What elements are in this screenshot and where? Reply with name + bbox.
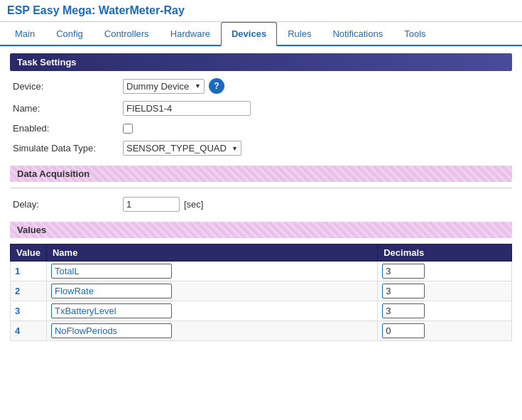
- table-row: 2: [11, 281, 512, 301]
- name-controls: [123, 101, 251, 116]
- nav-tab-devices[interactable]: Devices: [221, 22, 277, 46]
- row-value: 2: [11, 281, 47, 301]
- table-row: 3: [11, 301, 512, 321]
- table-header-row: Value Name Decimals: [11, 244, 512, 262]
- nav-tab-config[interactable]: Config: [45, 22, 94, 46]
- nav-tab-controllers[interactable]: Controllers: [94, 22, 160, 46]
- page-title: ESP Easy Mega: WaterMeter-Ray: [7, 4, 515, 17]
- enabled-controls: [123, 124, 133, 134]
- nav-tab-hardware[interactable]: Hardware: [160, 22, 221, 46]
- content: Task Settings Device: Dummy Device ? Nam…: [0, 46, 522, 348]
- enabled-label: Enabled:: [13, 123, 123, 134]
- values-tbody: 1234: [11, 262, 512, 341]
- simulate-controls: SENSOR_TYPE_QUAD: [123, 141, 241, 156]
- table-row: 4: [11, 321, 512, 341]
- name-input[interactable]: [123, 101, 251, 116]
- nav-tab-tools[interactable]: Tools: [393, 22, 436, 46]
- nav-tab-notifications[interactable]: Notifications: [322, 22, 393, 46]
- row-decimals-input[interactable]: [382, 323, 425, 338]
- row-name: [46, 321, 377, 341]
- row-value: 4: [11, 321, 47, 341]
- row-name-input[interactable]: [51, 264, 172, 279]
- title-bar: ESP Easy Mega: WaterMeter-Ray: [0, 0, 522, 22]
- name-row: Name:: [10, 99, 512, 117]
- task-settings-header: Task Settings: [10, 53, 512, 71]
- enabled-checkbox[interactable]: [123, 124, 133, 134]
- nav-tabs: MainConfigControllersHardwareDevicesRule…: [0, 22, 522, 46]
- row-name-input[interactable]: [51, 303, 172, 318]
- delay-input[interactable]: [123, 197, 180, 212]
- row-name-input[interactable]: [51, 284, 172, 298]
- simulate-select-wrapper[interactable]: SENSOR_TYPE_QUAD: [123, 141, 241, 156]
- enabled-row: Enabled:: [10, 122, 512, 135]
- row-decimals: [378, 301, 512, 321]
- row-name: [46, 262, 377, 281]
- device-controls: Dummy Device ?: [123, 78, 224, 94]
- name-label: Name:: [13, 103, 123, 114]
- table-row: 1: [11, 262, 512, 281]
- device-row: Device: Dummy Device ?: [10, 77, 512, 95]
- help-button[interactable]: ?: [209, 78, 224, 94]
- col-value: Value: [11, 244, 47, 262]
- row-decimals-input[interactable]: [382, 284, 425, 298]
- row-value: 3: [11, 301, 47, 321]
- nav-tab-main[interactable]: Main: [4, 22, 45, 46]
- row-decimals-input[interactable]: [382, 264, 425, 279]
- row-decimals: [378, 281, 512, 301]
- values-header: Values: [10, 222, 512, 238]
- row-decimals: [378, 321, 512, 341]
- row-decimals-input[interactable]: [382, 303, 425, 318]
- delay-controls: [sec]: [123, 197, 203, 212]
- col-name: Name: [46, 244, 377, 262]
- values-table: Value Name Decimals 1234: [10, 244, 512, 341]
- row-name-input[interactable]: [51, 323, 172, 338]
- simulate-select[interactable]: SENSOR_TYPE_QUAD: [123, 141, 241, 156]
- row-value: 1: [11, 262, 47, 281]
- row-name: [46, 281, 377, 301]
- nav-tab-rules[interactable]: Rules: [277, 22, 322, 46]
- col-decimals: Decimals: [378, 244, 512, 262]
- device-select[interactable]: Dummy Device: [123, 79, 205, 94]
- delay-label: Delay:: [13, 199, 123, 210]
- divider: [10, 188, 512, 188]
- simulate-label: Simulate Data Type:: [13, 143, 123, 154]
- device-select-wrapper[interactable]: Dummy Device: [123, 79, 205, 94]
- delay-unit: [sec]: [184, 199, 203, 210]
- data-acquisition-header: Data Acquisition: [10, 166, 512, 182]
- device-label: Device:: [13, 81, 123, 92]
- simulate-row: Simulate Data Type: SENSOR_TYPE_QUAD: [10, 139, 512, 157]
- row-name: [46, 301, 377, 321]
- row-decimals: [378, 262, 512, 281]
- delay-row: Delay: [sec]: [10, 195, 512, 213]
